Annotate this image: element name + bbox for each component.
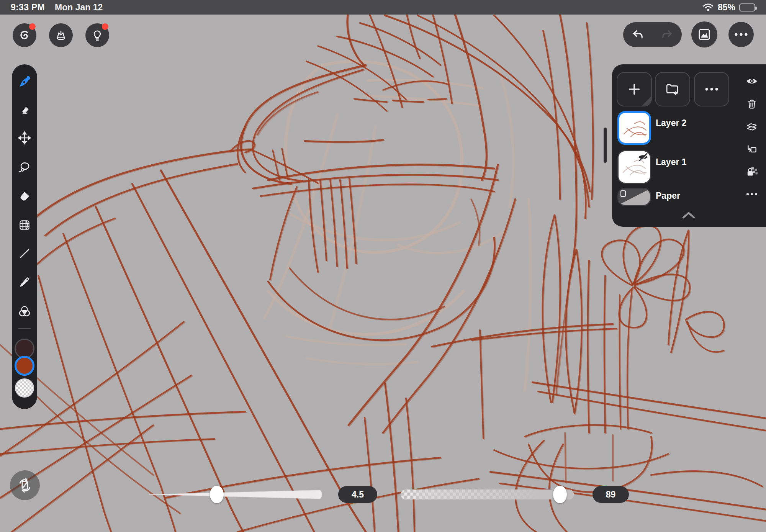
gallery-button[interactable] — [691, 21, 717, 47]
gallery-icon — [697, 27, 712, 42]
color-swatch-selected[interactable] — [15, 356, 34, 376]
size-slider-thumb[interactable] — [210, 486, 224, 503]
layers-panel: Layer 2 Layer 1 Paper — [612, 64, 766, 227]
redo-button[interactable] — [660, 28, 674, 42]
status-bar: 9:33 PM Mon Jan 12 85% — [0, 0, 766, 15]
lightbulb-icon — [91, 29, 104, 42]
brush-opacity-value: 89 — [593, 486, 629, 503]
folded-corner — [642, 96, 651, 106]
size-slider-track — [147, 489, 326, 500]
alpha-lock-icon — [745, 165, 758, 179]
hidden-eye-icon — [637, 152, 649, 162]
undo-redo-group — [623, 22, 682, 47]
fill-tool[interactable] — [17, 189, 32, 204]
opacity-slider-thumb[interactable] — [553, 486, 567, 503]
merge-layers-button[interactable] — [745, 120, 758, 133]
layer-name[interactable]: Paper — [656, 191, 680, 201]
toolbar-divider — [18, 328, 31, 329]
opacity-slider-track — [401, 489, 574, 499]
battery-percent: 85% — [718, 2, 735, 13]
delete-icon — [746, 98, 758, 110]
sketching-app-screen: { "status_bar": { "time": "9:33 PM", "da… — [0, 0, 766, 532]
brush-size-value: 4.5 — [338, 486, 377, 503]
brush-opacity-slider[interactable] — [401, 489, 574, 500]
layers-more-button[interactable] — [694, 72, 729, 106]
undo-button[interactable] — [631, 28, 645, 42]
app-logo-button[interactable] — [13, 23, 36, 47]
move-layer-icon — [745, 143, 758, 156]
more-icon — [733, 32, 749, 37]
tools-toolbar — [12, 64, 37, 409]
clock-time: 9:33 PM — [11, 2, 45, 13]
alpha-lock-button[interactable] — [745, 165, 758, 178]
redo-icon — [660, 28, 674, 42]
color-swatch-transparent[interactable] — [15, 378, 34, 398]
visibility-icon — [745, 75, 758, 88]
wifi-icon — [702, 3, 714, 12]
notification-badge — [102, 23, 108, 30]
brush-tool[interactable] — [17, 74, 32, 90]
layer-name[interactable]: Layer 1 — [656, 157, 687, 167]
layer-options-icon — [746, 192, 758, 196]
chevron-up-icon — [680, 211, 697, 220]
eraser-tool[interactable] — [17, 102, 32, 117]
add-group-icon — [665, 81, 681, 97]
layer2-thumbnail-art — [619, 113, 651, 145]
layer-options-button[interactable] — [745, 188, 758, 201]
add-layer-icon — [627, 82, 642, 97]
panel-drag-handle[interactable] — [604, 128, 607, 163]
add-layer-button[interactable] — [617, 72, 652, 106]
clock-date: Mon Jan 12 — [55, 2, 103, 13]
move-layer-button[interactable] — [745, 143, 758, 156]
color-mixer-tool[interactable] — [17, 304, 32, 319]
lasso-tool[interactable] — [17, 159, 32, 175]
collapse-panel-button[interactable] — [680, 211, 697, 220]
more-icon — [704, 87, 719, 92]
delete-layer-button[interactable] — [745, 97, 758, 110]
move-tool[interactable] — [17, 130, 32, 146]
add-group-button[interactable] — [655, 72, 690, 106]
layer-name[interactable]: Layer 2 — [656, 118, 687, 128]
battery-icon — [739, 3, 755, 11]
pattern-tool[interactable] — [17, 218, 32, 233]
merge-layers-icon — [745, 120, 758, 134]
brush-icon — [17, 75, 32, 89]
paper-thumbnail[interactable] — [617, 188, 651, 206]
more-button[interactable] — [728, 22, 754, 47]
visibility-button[interactable] — [745, 75, 758, 88]
import-button[interactable] — [49, 23, 73, 47]
layer2-thumbnail[interactable] — [617, 111, 651, 145]
rotate-canvas-button[interactable] — [10, 470, 40, 500]
line-tool[interactable] — [17, 246, 32, 261]
layer1-thumbnail[interactable] — [617, 150, 651, 184]
eyedropper-tool[interactable] — [17, 275, 32, 290]
notification-badge — [29, 23, 36, 30]
logo-icon — [18, 29, 31, 42]
tips-button[interactable] — [85, 23, 109, 47]
undo-icon — [631, 28, 645, 42]
rotate-canvas-icon — [16, 476, 34, 494]
paper-thumbnail-art — [619, 189, 650, 205]
import-tray-icon — [54, 29, 67, 42]
brush-size-slider[interactable] — [147, 489, 326, 500]
